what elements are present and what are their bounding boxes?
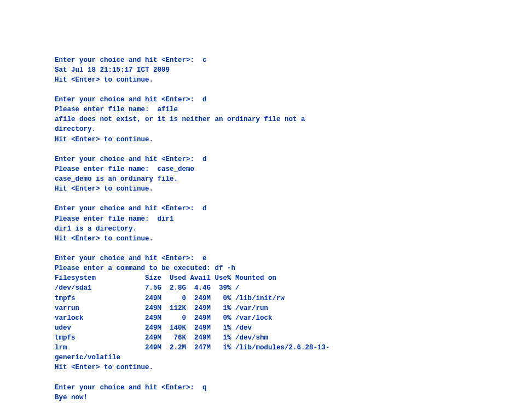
terminal-line: udev 249M 140K 249M 1% /dev: [55, 323, 510, 333]
terminal-line: Enter your choice and hit <Enter>: q: [55, 383, 510, 393]
terminal-line: [55, 373, 510, 383]
terminal-line: Enter your choice and hit <Enter>: d: [55, 154, 510, 164]
terminal-line: lrm 249M 2.2M 247M 1% /lib/modules/2.6.2…: [55, 343, 510, 353]
terminal-line: Hit <Enter> to continue.: [55, 75, 510, 85]
terminal-line: varrun 249M 112K 249M 1% /var/run: [55, 303, 510, 313]
terminal-line: tmpfs 249M 0 249M 0% /lib/init/rw: [55, 294, 510, 303]
terminal-line: [55, 85, 510, 95]
terminal-line: case_demo is an ordinary file.: [55, 174, 510, 184]
terminal-line: Please enter file name: afile: [55, 105, 510, 114]
terminal-line: Hit <Enter> to continue.: [55, 135, 510, 145]
terminal-line: Hit <Enter> to continue.: [55, 234, 510, 244]
terminal-line: varlock 249M 0 249M 0% /var/lock: [55, 313, 510, 323]
terminal-line: Please enter a command to be executed: d…: [55, 263, 510, 273]
terminal-line: afile does not exist, or it is neither a…: [55, 114, 510, 124]
terminal-line: Enter your choice and hit <Enter>: e: [55, 254, 510, 263]
terminal-line: dir1 is a directory.: [55, 224, 510, 234]
terminal-line: Sat Jul 18 21:15:17 ICT 2009: [55, 65, 510, 75]
terminal-line: Enter your choice and hit <Enter>: c: [55, 55, 510, 65]
terminal-line: Hit <Enter> to continue.: [55, 184, 510, 194]
terminal-line: Please enter file name: dir1: [55, 214, 510, 224]
terminal-line: generic/volatile: [55, 353, 510, 363]
terminal-line: [55, 145, 510, 154]
terminal-line: Please enter file name: case_demo: [55, 164, 510, 174]
terminal-line: [55, 244, 510, 254]
terminal-line: Enter your choice and hit <Enter>: d: [55, 95, 510, 105]
terminal-line: Enter your choice and hit <Enter>: d: [55, 204, 510, 214]
terminal-line: /dev/sda1 7.5G 2.8G 4.4G 39% /: [55, 283, 510, 293]
terminal-line: directory.: [55, 124, 510, 134]
terminal-line: Bye now!: [55, 393, 510, 402]
terminal-line: [55, 194, 510, 204]
terminal-output: Enter your choice and hit <Enter>: cSat …: [55, 55, 510, 402]
terminal-line: Filesystem Size Used Avail Use% Mounted …: [55, 273, 510, 283]
terminal-line: Hit <Enter> to continue.: [55, 363, 510, 372]
terminal-line: tmpfs 249M 76K 249M 1% /dev/shm: [55, 333, 510, 343]
